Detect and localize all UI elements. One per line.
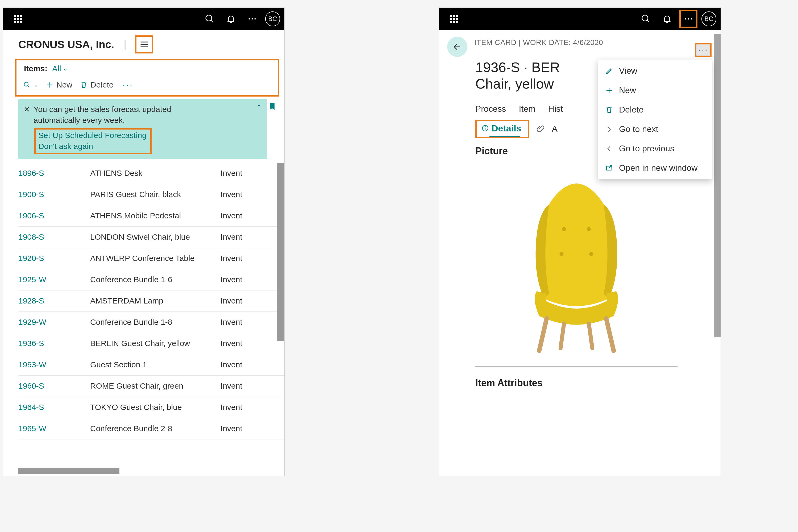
menu-new[interactable]: New (598, 81, 712, 100)
item-no[interactable]: 1965-W (18, 424, 90, 433)
more-actions-icon[interactable]: ··· (121, 79, 135, 90)
menu-delete[interactable]: Delete (598, 100, 712, 119)
table-row[interactable]: 1965-WConference Bundle 2-8Invent (18, 418, 284, 439)
item-type: Invent (221, 381, 242, 391)
item-desc: TOKYO Guest Chair, blue (90, 403, 221, 412)
delete-button[interactable]: Delete (80, 80, 114, 89)
new-button[interactable]: New (46, 80, 72, 89)
item-desc: ANTWERP Conference Table (90, 254, 221, 263)
svg-point-25 (691, 18, 692, 19)
attachment-icon[interactable] (536, 124, 545, 133)
item-no[interactable]: 1960-S (18, 381, 90, 391)
table-row[interactable]: 1960-SROME Guest Chair, greenInvent (18, 376, 284, 397)
svg-line-36 (560, 323, 564, 348)
item-desc: AMSTERDAM Lamp (90, 296, 221, 305)
item-no[interactable]: 1953-W (18, 360, 90, 369)
phone-right: BC ··· ITEM CARD | WORK DATE: 4/6/2020 1… (439, 7, 721, 476)
menu-go-next[interactable]: Go to next (598, 119, 712, 139)
svg-line-37 (589, 323, 592, 348)
avatar[interactable]: BC (701, 12, 716, 26)
bell-icon[interactable] (659, 11, 676, 27)
top-bar: BC (439, 8, 721, 30)
table-row[interactable]: 1925-WConference Bundle 1-6Invent (18, 269, 284, 290)
item-no[interactable]: 1929-W (18, 318, 90, 327)
items-filter-value[interactable]: All⌄ (52, 64, 67, 73)
item-no[interactable]: 1964-S (18, 403, 90, 412)
items-label: Items: (24, 64, 48, 73)
bell-icon[interactable] (223, 11, 239, 27)
close-icon[interactable]: ✕ (24, 104, 30, 114)
hamburger-menu-icon[interactable] (136, 36, 152, 53)
card-more-icon[interactable]: ··· (695, 43, 711, 57)
table-row[interactable]: 1964-STOKYO Guest Chair, blueInvent (18, 397, 284, 418)
table-row[interactable]: 1953-WGuest Section 1Invent (18, 354, 284, 376)
more-icon[interactable] (244, 11, 261, 27)
item-no[interactable]: 1936-S (18, 339, 90, 348)
vertical-scrollbar[interactable] (277, 163, 284, 341)
tab-process[interactable]: Process (475, 104, 506, 114)
item-desc: Guest Section 1 (90, 360, 221, 369)
item-desc: ROME Guest Chair, green (90, 381, 221, 391)
item-desc: Conference Bundle 1-6 (90, 275, 221, 284)
app-launcher-icon[interactable] (13, 14, 23, 24)
table-row[interactable]: 1896-SATHENS DeskInvent (18, 163, 284, 184)
table-row[interactable]: 1920-SANTWERP Conference TableInvent (18, 248, 284, 269)
item-no[interactable]: 1906-S (18, 211, 90, 220)
dont-ask-link[interactable]: Don't ask again (38, 141, 147, 152)
app-launcher-icon[interactable] (449, 14, 459, 24)
menu-go-previous[interactable]: Go to previous (598, 139, 712, 158)
filter-actions-block: Items: All⌄ ⌄ New Delete ··· (15, 59, 279, 97)
card-breadcrumb: ITEM CARD | WORK DATE: 4/6/2020 (474, 36, 603, 47)
back-button[interactable] (447, 37, 467, 57)
notification-banner: ✕ You can get the sales forecast updated… (18, 99, 267, 159)
item-type: Invent (221, 232, 242, 242)
item-type: Invent (221, 275, 242, 284)
horizontal-scrollbar[interactable] (18, 468, 119, 474)
svg-point-23 (685, 18, 686, 19)
table-row[interactable]: 1936-SBERLIN Guest Chair, yellowInvent (18, 333, 284, 354)
details-tab[interactable]: Details (475, 120, 529, 138)
table-row[interactable]: 1908-SLONDON Swivel Chair, blueInvent (18, 227, 284, 248)
search-dropdown[interactable]: ⌄ (23, 81, 38, 89)
item-type: Invent (221, 254, 242, 263)
search-icon[interactable] (201, 11, 218, 27)
item-type: Invent (221, 190, 242, 199)
item-type: Invent (221, 403, 242, 412)
table-row[interactable]: 1906-SATHENS Mobile PedestalInvent (18, 205, 284, 227)
setup-forecasting-link[interactable]: Set Up Scheduled Forecasting (38, 130, 147, 141)
divider: | (124, 39, 126, 51)
more-icon[interactable] (680, 11, 697, 27)
avatar[interactable]: BC (265, 12, 280, 26)
table-row[interactable]: 1900-SPARIS Guest Chair, blackInvent (18, 184, 284, 205)
item-type: Invent (221, 424, 242, 433)
item-no[interactable]: 1896-S (18, 169, 90, 178)
chevron-down-icon: ⌄ (34, 81, 38, 88)
svg-point-24 (688, 18, 689, 19)
svg-point-30 (562, 227, 566, 231)
bookmark-icon[interactable] (268, 102, 277, 111)
item-no[interactable]: 1900-S (18, 190, 90, 199)
item-desc: Conference Bundle 2-8 (90, 424, 221, 433)
item-type: Invent (221, 211, 242, 220)
table-row[interactable]: 1929-WConference Bundle 1-8Invent (18, 312, 284, 333)
menu-view[interactable]: View (598, 61, 712, 81)
item-no[interactable]: 1928-S (18, 296, 90, 305)
search-icon[interactable] (638, 11, 654, 27)
item-no[interactable]: 1925-W (18, 275, 90, 284)
item-type: Invent (221, 169, 242, 178)
item-type: Invent (221, 339, 242, 348)
item-no[interactable]: 1908-S (18, 232, 90, 242)
item-picture (475, 162, 678, 367)
page-actions-menu: View New Delete Go to next Go to previou… (598, 60, 712, 179)
svg-point-2 (248, 18, 250, 19)
svg-point-32 (560, 252, 564, 256)
vertical-scrollbar[interactable] (714, 34, 721, 337)
svg-line-22 (647, 20, 649, 22)
svg-line-35 (606, 318, 614, 350)
chevron-up-icon[interactable]: ⌃ (256, 103, 262, 112)
tab-history[interactable]: Hist (548, 104, 563, 114)
item-no[interactable]: 1920-S (18, 254, 90, 263)
menu-open-new-window[interactable]: Open in new window (598, 158, 712, 178)
tab-item[interactable]: Item (519, 104, 535, 114)
table-row[interactable]: 1928-SAMSTERDAM LampInvent (18, 290, 284, 312)
